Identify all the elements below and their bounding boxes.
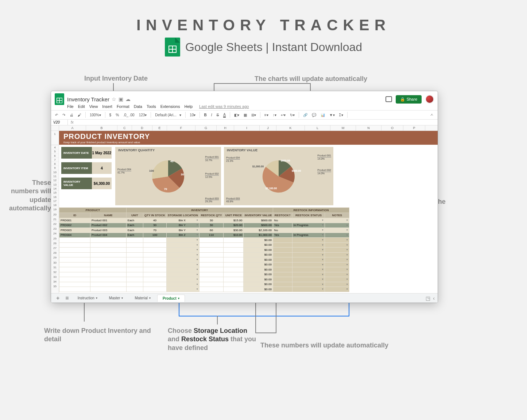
menu-data[interactable]: Data — [134, 104, 142, 109]
col-C[interactable]: C — [117, 125, 132, 131]
table-row-empty[interactable]: $0.00 — [59, 277, 349, 282]
fill-color-button[interactable]: ◧▾ — [233, 112, 240, 118]
table-row-empty[interactable]: $0.00 — [59, 267, 349, 272]
restock-status-select[interactable] — [292, 248, 325, 253]
menu-edit[interactable]: Edit — [78, 104, 85, 109]
share-button[interactable]: 🔒Share — [396, 95, 422, 104]
notes-cell[interactable] — [325, 262, 349, 267]
restock-status-select[interactable] — [292, 238, 325, 243]
notes-cell[interactable] — [325, 267, 349, 272]
col-L[interactable]: L — [305, 125, 330, 131]
header-cell[interactable]: QTY IN STOCK — [143, 213, 166, 218]
comment-icon[interactable] — [385, 96, 392, 102]
storage-location-select[interactable]: Bin Y — [167, 223, 199, 228]
merge-button[interactable]: ⊞▾ — [250, 112, 257, 118]
table-row-empty[interactable]: $0.00 — [59, 262, 349, 267]
menu-insert[interactable]: Insert — [102, 104, 112, 109]
print-button[interactable]: 🖨 — [69, 112, 74, 118]
storage-location-select[interactable]: Bin Z — [167, 233, 199, 238]
undo-button[interactable]: ↶ — [54, 112, 59, 118]
notes-cell[interactable] — [325, 242, 349, 248]
storage-location-select[interactable] — [167, 267, 199, 272]
col-P[interactable]: P — [403, 125, 425, 131]
format-123-button[interactable]: 123▾ — [138, 112, 148, 118]
comment-button[interactable]: 💬 — [311, 112, 317, 118]
restock-status-select[interactable] — [292, 267, 325, 272]
link-button[interactable]: 🔗 — [302, 112, 309, 118]
tab-instruction[interactable]: Instruction▾ — [73, 295, 102, 302]
menu-view[interactable]: View — [89, 104, 98, 109]
menu-format[interactable]: Format — [117, 104, 129, 109]
halign-button[interactable]: ≡▾ — [263, 112, 270, 118]
font-size-select[interactable]: 10 ▾ — [189, 112, 197, 118]
all-sheets-button[interactable]: ≡ — [63, 295, 71, 302]
bold-button[interactable]: B — [203, 112, 208, 118]
col-A[interactable]: A — [59, 125, 86, 131]
col-N[interactable]: N — [356, 125, 381, 131]
decimal-buttons[interactable]: .0_ .00 — [122, 112, 136, 118]
folder-icon[interactable]: ▣ — [119, 96, 123, 102]
star-icon[interactable]: ☆ — [112, 96, 116, 102]
cell-reference[interactable]: V20 — [51, 120, 68, 125]
functions-button[interactable]: Σ▾ — [338, 112, 344, 118]
menu-extensions[interactable]: Extensions — [160, 104, 180, 109]
col-H[interactable]: H — [217, 125, 234, 131]
header-cell[interactable]: RESTOCK STATUS — [292, 213, 325, 218]
table-row-empty[interactable]: $0.00 — [59, 282, 349, 287]
col-M[interactable]: M — [330, 125, 356, 131]
add-sheet-button[interactable]: + — [54, 295, 62, 302]
header-cell[interactable]: RESTOCK? — [273, 213, 292, 218]
restock-status-select[interactable] — [292, 242, 325, 248]
header-cell[interactable]: INVENTORY VALUE — [244, 213, 273, 218]
side-panel-button[interactable]: ‹ — [433, 295, 435, 301]
storage-location-select[interactable] — [167, 242, 199, 248]
notes-cell[interactable] — [325, 233, 349, 238]
storage-location-select[interactable] — [167, 277, 199, 282]
chart-button[interactable]: 📊 — [319, 112, 326, 118]
valign-button[interactable]: ↕▾ — [272, 112, 278, 118]
font-select[interactable]: Default (Ari...▾ — [154, 112, 182, 118]
storage-location-select[interactable]: Bin Y — [167, 228, 199, 233]
restock-status-select[interactable] — [292, 272, 325, 277]
collapse-toolbar-button[interactable]: ㅅ — [429, 112, 435, 118]
restock-status-select[interactable] — [292, 257, 325, 262]
col-O[interactable]: O — [381, 125, 403, 131]
filter-button[interactable]: ▼▾ — [328, 112, 336, 118]
notes-cell[interactable] — [325, 272, 349, 277]
col-B[interactable]: B — [86, 125, 117, 131]
col-J[interactable]: J — [260, 125, 276, 131]
table-row-empty[interactable]: $0.00 — [59, 272, 349, 277]
storage-location-select[interactable] — [167, 238, 199, 243]
restock-status-select[interactable] — [292, 287, 325, 292]
avatar[interactable] — [425, 95, 434, 104]
table-row-empty[interactable]: $0.00 — [59, 287, 349, 292]
notes-cell[interactable] — [325, 277, 349, 282]
text-color-button[interactable]: A — [222, 112, 227, 118]
rotate-button[interactable]: ↻▾ — [289, 112, 296, 118]
strike-button[interactable]: S — [215, 112, 220, 118]
percent-button[interactable]: % — [115, 112, 120, 118]
storage-location-select[interactable] — [167, 287, 199, 292]
restock-status-select[interactable] — [292, 262, 325, 267]
notes-cell[interactable] — [325, 287, 349, 292]
tab-material[interactable]: Material▾ — [129, 295, 156, 302]
header-cell[interactable]: NAME — [90, 213, 127, 218]
header-cell[interactable]: ID — [59, 213, 90, 218]
stat-value[interactable]: 1 May 2022 — [92, 147, 112, 159]
tab-master[interactable]: Master▾ — [104, 295, 128, 302]
menu-help[interactable]: Help — [184, 104, 193, 109]
col-G[interactable]: G — [195, 125, 217, 131]
table-row[interactable]: PRD002Product 002Each 30 Bin Y 30$20.00$… — [59, 223, 349, 228]
zoom-select[interactable]: 100% ▾ — [89, 112, 102, 118]
table-row-empty[interactable]: $0.00 — [59, 248, 349, 253]
col-E[interactable]: E — [152, 125, 167, 131]
restock-status-select[interactable] — [292, 282, 325, 287]
header-cell[interactable]: UNIT — [126, 213, 143, 218]
redo-button[interactable]: ↷ — [61, 112, 66, 118]
notes-cell[interactable] — [325, 257, 349, 262]
storage-location-select[interactable] — [167, 282, 199, 287]
restock-status-select[interactable] — [292, 218, 325, 223]
storage-location-select[interactable] — [167, 252, 199, 257]
wrap-button[interactable]: ↩▾ — [280, 112, 287, 118]
notes-cell[interactable] — [325, 252, 349, 257]
